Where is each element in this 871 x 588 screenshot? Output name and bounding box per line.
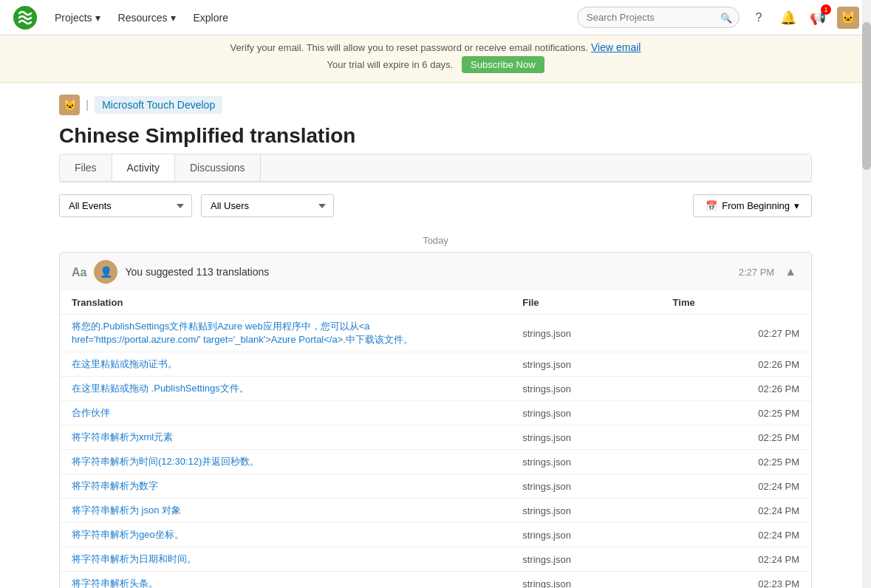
table-row: 将字符串解析为日期和时间。strings.json02:24 PM	[60, 547, 811, 572]
activity-time: 2:27 PM	[739, 267, 774, 278]
help-icon: ?	[756, 11, 762, 24]
verify-email-text: Verify your email. This will allow you t…	[230, 42, 589, 53]
file-cell: strings.json	[510, 450, 660, 474]
app-logo[interactable]	[12, 4, 38, 31]
page-title: Chinese Simplified translation	[0, 115, 871, 154]
nav-links: Projects ▾ Resources ▾ Explore	[47, 7, 236, 28]
help-button[interactable]: ?	[748, 7, 769, 28]
translation-link[interactable]: 将字符串解析头条。	[72, 578, 158, 588]
time-cell: 02:24 PM	[661, 547, 811, 572]
table-row: 将字符串解析为geo坐标。strings.json02:24 PM	[60, 523, 811, 547]
translation-link[interactable]: 将字符串解析为geo坐标。	[72, 529, 184, 540]
file-cell: strings.json	[510, 474, 660, 499]
notification-badge: 1	[821, 4, 831, 15]
tab-files[interactable]: Files	[60, 154, 112, 181]
translation-link[interactable]: 将您的.PublishSettings文件粘贴到Azure web应用程序中，您…	[72, 321, 413, 345]
project-icon: 🐱	[59, 95, 80, 115]
bell-icon: 🔔	[780, 10, 796, 26]
view-email-link[interactable]: View email	[591, 41, 641, 53]
collapse-button[interactable]: ▲	[782, 262, 799, 281]
breadcrumb: 🐱 | Microsoft Touch Develop	[0, 83, 871, 115]
translation-link[interactable]: 将字符串解析为时间(12:30:12)并返回秒数。	[72, 456, 259, 467]
file-cell: strings.json	[510, 523, 660, 547]
translation-link[interactable]: 在这里粘贴或拖动证书。	[72, 358, 177, 369]
activity-user-avatar[interactable]: 👤	[94, 260, 117, 284]
activity-entry: Aa 👤 You suggested 113 translations 2:27…	[59, 252, 812, 588]
translation-link[interactable]: 在这里粘贴或拖动 .PublishSettings文件。	[72, 383, 249, 394]
tab-discussions[interactable]: Discussions	[175, 154, 261, 181]
filters-row: All Events All Users 📅 From Beginning ▾	[0, 182, 871, 229]
file-cell: strings.json	[510, 547, 660, 572]
table-row: 合作伙伴strings.json02:25 PM	[60, 401, 811, 425]
table-row: 将您的.PublishSettings文件粘贴到Azure web应用程序中，您…	[60, 315, 811, 352]
col-header-translation: Translation	[60, 291, 510, 315]
time-cell: 02:24 PM	[661, 474, 811, 499]
table-row: 在这里粘贴或拖动 .PublishSettings文件。strings.json…	[60, 377, 811, 401]
file-cell: strings.json	[510, 315, 660, 352]
messages-button[interactable]: 📢 1	[807, 7, 828, 28]
scrollbar-thumb[interactable]	[862, 22, 871, 170]
table-row: 将字符串解析头条。strings.json02:23 PM	[60, 572, 811, 589]
file-cell: strings.json	[510, 499, 660, 523]
time-cell: 02:25 PM	[661, 425, 811, 450]
trial-bar: Your trial will expire in 6 days. Subscr…	[12, 53, 859, 76]
file-cell: strings.json	[510, 572, 660, 589]
time-cell: 02:24 PM	[661, 499, 811, 523]
table-row: 将字符串解析为 json 对象strings.json02:24 PM	[60, 499, 811, 523]
user-photo: 👤	[100, 266, 112, 278]
chevron-down-icon: ▾	[95, 12, 100, 24]
events-filter[interactable]: All Events	[59, 194, 192, 217]
verify-bar: Verify your email. This will allow you t…	[0, 35, 871, 83]
time-cell: 02:27 PM	[661, 315, 811, 352]
translation-link[interactable]: 将字符串解析为xml元素	[72, 431, 173, 442]
translation-type-icon: Aa	[72, 264, 86, 280]
table-row: 将字符串解析为时间(12:30:12)并返回秒数。strings.json02:…	[60, 450, 811, 474]
nav-projects[interactable]: Projects ▾	[47, 7, 108, 28]
tab-activity[interactable]: Activity	[112, 154, 175, 181]
activity-area: Today Aa 👤 You suggested 113 translation…	[0, 229, 871, 588]
tabs-header: Files Activity Discussions	[60, 154, 811, 182]
search-input[interactable]	[577, 7, 740, 28]
users-filter[interactable]: All Users	[201, 194, 334, 217]
nav-resources[interactable]: Resources ▾	[111, 7, 183, 28]
search-container: 🔍	[577, 7, 740, 28]
chevron-down-icon: ▾	[794, 200, 799, 211]
verify-text-row: Verify your email. This will allow you t…	[12, 41, 859, 53]
table-row: 将字符串解析为数字strings.json02:24 PM	[60, 474, 811, 499]
translation-link[interactable]: 将字符串解析为 json 对象	[72, 505, 181, 516]
top-navigation: Projects ▾ Resources ▾ Explore 🔍 ? 🔔 📢 1…	[0, 0, 871, 35]
time-cell: 02:26 PM	[661, 377, 811, 401]
date-filter-label: From Beginning	[722, 200, 790, 211]
date-group-label: Today	[59, 229, 812, 252]
file-cell: strings.json	[510, 352, 660, 377]
time-cell: 02:25 PM	[661, 450, 811, 474]
file-cell: strings.json	[510, 401, 660, 425]
breadcrumb-project-link[interactable]: Microsoft Touch Develop	[95, 96, 222, 114]
project-avatar: 🐱	[64, 99, 76, 111]
time-cell: 02:26 PM	[661, 352, 811, 377]
avatar-image: 🐱	[841, 10, 855, 24]
date-filter-button[interactable]: 📅 From Beginning ▾	[693, 194, 812, 217]
time-cell: 02:24 PM	[661, 523, 811, 547]
table-row: 将字符串解析为xml元素strings.json02:25 PM	[60, 425, 811, 450]
tabs-container: Files Activity Discussions	[59, 154, 812, 182]
time-cell: 02:25 PM	[661, 401, 811, 425]
file-cell: strings.json	[510, 377, 660, 401]
scrollbar-track[interactable]	[862, 0, 871, 588]
activity-description: You suggested 113 translations	[125, 266, 731, 278]
translation-link[interactable]: 将字符串解析为数字	[72, 480, 158, 491]
notifications-button[interactable]: 🔔	[778, 7, 799, 28]
subscribe-button[interactable]: Subscribe Now	[462, 56, 544, 73]
activity-header: Aa 👤 You suggested 113 translations 2:27…	[60, 253, 811, 291]
calendar-icon: 📅	[706, 200, 717, 211]
table-row: 在这里粘贴或拖动证书。strings.json02:26 PM	[60, 352, 811, 377]
col-header-time: Time	[661, 291, 811, 315]
breadcrumb-separator: |	[86, 98, 89, 112]
translation-link[interactable]: 合作伙伴	[72, 407, 110, 418]
translation-table: Translation File Time 将您的.PublishSetting…	[60, 291, 811, 588]
translation-link[interactable]: 将字符串解析为日期和时间。	[72, 553, 197, 564]
search-icon: 🔍	[720, 12, 732, 23]
nav-explore[interactable]: Explore	[186, 7, 236, 28]
chevron-down-icon: ▾	[171, 12, 176, 24]
user-avatar[interactable]: 🐱	[837, 7, 859, 29]
